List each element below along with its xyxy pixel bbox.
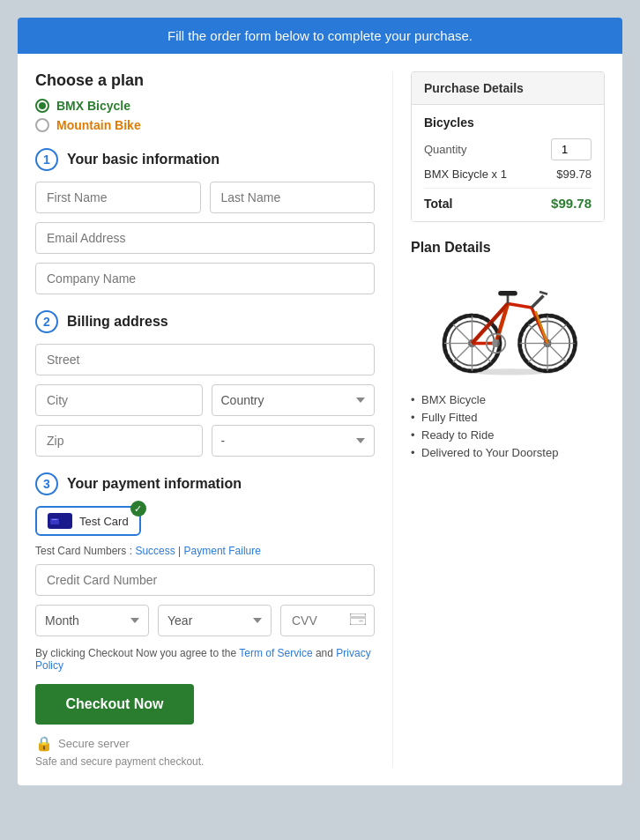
svg-line-36 — [540, 292, 547, 294]
success-link[interactable]: Success — [135, 545, 175, 557]
plan-option-bmx[interactable]: BMX Bicycle — [35, 99, 375, 113]
card-check-icon: ✓ — [130, 501, 146, 517]
zip-state-row: - CA NY TX — [35, 425, 375, 457]
bicycle-image — [428, 271, 587, 376]
pd-total-value: $99.78 — [551, 196, 592, 211]
pd-item-name: BMX Bicycle x 1 — [424, 167, 507, 181]
company-input[interactable] — [35, 263, 375, 294]
svg-rect-38 — [498, 291, 517, 295]
cvv-card-icon — [350, 613, 366, 628]
secure-label: Secure server — [58, 737, 130, 750]
year-select[interactable]: Year 2024 2025 2026 2027 2028 — [158, 605, 272, 636]
city-input[interactable] — [35, 384, 203, 416]
terms-text: By clicking Checkout Now you agree to th… — [35, 647, 375, 672]
section-billing-heading: 2 Billing address — [35, 310, 375, 333]
company-row — [35, 263, 375, 294]
page-wrapper: Fill the order form below to complete yo… — [18, 18, 622, 785]
street-row — [35, 344, 375, 375]
cvv-wrapper — [280, 605, 375, 636]
pd-item-price: $99.78 — [556, 167, 592, 181]
svg-line-25 — [547, 344, 567, 363]
svg-line-14 — [473, 344, 492, 363]
section-basic-heading: 1 Your basic information — [35, 148, 375, 171]
feature-item-1: Fully Fitted — [411, 411, 605, 424]
pd-item-row: BMX Bicycle x 1 $99.78 — [424, 167, 592, 181]
email-row — [35, 222, 375, 254]
svg-rect-3 — [350, 613, 366, 625]
step-1-label: Your basic information — [67, 152, 220, 167]
card-number-input[interactable] — [35, 564, 375, 596]
expiry-cvv-row: Month 01 02 03 04 05 06 07 08 09 10 11 1… — [35, 605, 375, 636]
purchase-details-body: Bicycles Quantity BMX Bicycle x 1 $99.78… — [412, 105, 604, 221]
feature-item-0: BMX Bicycle — [411, 393, 605, 406]
first-name-input[interactable] — [35, 182, 201, 213]
pd-section-title: Bicycles — [424, 115, 592, 130]
test-card-numbers: Test Card Numbers : Success | Payment Fa… — [35, 545, 375, 557]
bike-image-container — [411, 266, 605, 381]
svg-rect-5 — [359, 621, 363, 622]
banner-text: Fill the order form below to complete yo… — [167, 28, 473, 43]
step-2-number: 2 — [35, 310, 58, 333]
right-column: Purchase Details Bicycles Quantity BMX B… — [393, 71, 605, 768]
pd-quantity-row: Quantity — [424, 138, 592, 160]
section-payment-heading: 3 Your payment information — [35, 472, 375, 495]
left-column: Choose a plan BMX Bicycle Mountain Bike … — [35, 71, 393, 768]
zip-input[interactable] — [35, 425, 203, 457]
step-1-number: 1 — [35, 148, 58, 171]
card-label-text: Test Card — [79, 515, 129, 528]
step-2-label: Billing address — [67, 314, 168, 330]
svg-line-16 — [453, 344, 473, 363]
step-3-number: 3 — [35, 472, 58, 495]
plan-title: Choose a plan — [35, 71, 375, 90]
lock-icon: 🔒 — [35, 735, 53, 752]
plan-bmx-label: BMX Bicycle — [56, 99, 130, 113]
city-country-row: Country United States United Kingdom Can… — [35, 384, 375, 416]
quantity-input[interactable] — [551, 138, 592, 160]
plan-details-title: Plan Details — [411, 240, 605, 256]
state-select[interactable]: - CA NY TX — [212, 425, 376, 457]
secure-sub-text: Safe and secure payment checkout. — [35, 755, 375, 768]
svg-line-26 — [547, 324, 567, 344]
plan-features-list: BMX Bicycle Fully Fitted Ready to Ride D… — [411, 393, 605, 459]
step-3-label: Your payment information — [67, 476, 242, 492]
svg-rect-4 — [350, 616, 366, 619]
purchase-details-header: Purchase Details — [412, 72, 604, 105]
top-banner: Fill the order form below to complete yo… — [18, 18, 622, 54]
feature-item-2: Ready to Ride — [411, 428, 605, 442]
month-select[interactable]: Month 01 02 03 04 05 06 07 08 09 10 11 1… — [35, 605, 149, 636]
credit-card-svg — [48, 514, 71, 528]
card-option[interactable]: Test Card ✓ — [35, 506, 141, 536]
plan-option-mountain[interactable]: Mountain Bike — [35, 118, 375, 132]
checkout-button[interactable]: Checkout Now — [35, 684, 194, 725]
plan-mountain-label: Mountain Bike — [56, 118, 141, 132]
failure-link[interactable]: Payment Failure — [184, 545, 261, 557]
svg-rect-2 — [52, 519, 57, 520]
pd-total-row: Total $99.78 — [424, 196, 592, 211]
country-select[interactable]: Country United States United Kingdom Can… — [212, 384, 376, 416]
purchase-details-box: Purchase Details Bicycles Quantity BMX B… — [411, 71, 605, 222]
card-number-row — [35, 564, 375, 596]
radio-bmx[interactable] — [35, 99, 49, 113]
pd-total-label: Total — [424, 197, 452, 211]
svg-line-27 — [528, 344, 547, 363]
svg-line-13 — [453, 324, 473, 344]
tos-link[interactable]: Term of Service — [239, 647, 312, 659]
svg-point-44 — [470, 368, 549, 375]
plan-details-section: Plan Details — [411, 240, 605, 459]
name-row — [35, 182, 375, 213]
pd-quantity-label: Quantity — [424, 143, 466, 156]
svg-line-29 — [508, 304, 532, 308]
svg-line-35 — [532, 296, 544, 308]
last-name-input[interactable] — [210, 182, 376, 213]
secure-info: 🔒 Secure server — [35, 735, 375, 752]
feature-item-3: Delivered to Your Doorstep — [411, 446, 605, 459]
card-icon — [48, 513, 72, 529]
main-content: Choose a plan BMX Bicycle Mountain Bike … — [18, 54, 622, 785]
street-input[interactable] — [35, 344, 375, 375]
pd-divider — [424, 188, 592, 189]
radio-mountain[interactable] — [35, 118, 49, 132]
email-input[interactable] — [35, 222, 375, 254]
